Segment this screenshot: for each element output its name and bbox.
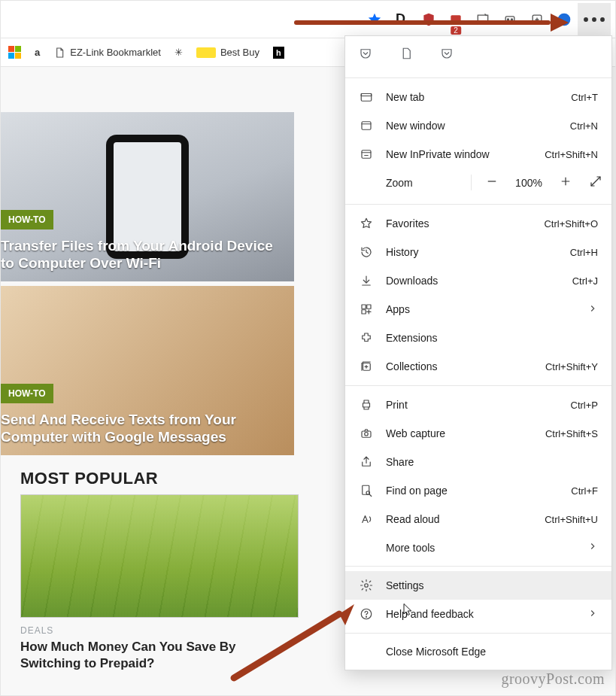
menu-share[interactable]: Share xyxy=(345,448,611,476)
history-icon xyxy=(359,245,374,259)
menu-find-on-page[interactable]: Find on page Ctrl+F xyxy=(345,476,611,505)
zoom-out-button[interactable] xyxy=(485,175,499,190)
menu-new-inprivate[interactable]: New InPrivate window Ctrl+Shift+N xyxy=(345,140,611,169)
extension-d-icon[interactable]: D. xyxy=(388,6,415,33)
favorite-star-icon[interactable] xyxy=(361,6,388,33)
chevron-right-icon xyxy=(587,303,598,316)
menu-new-tab[interactable]: New tab Ctrl+T xyxy=(345,83,611,111)
svg-rect-13 xyxy=(362,305,366,308)
zoom-in-button[interactable] xyxy=(559,175,572,190)
extensions-icon xyxy=(359,331,374,345)
menu-web-capture[interactable]: Web capture Ctrl+Shift+S xyxy=(345,419,611,448)
svg-rect-20 xyxy=(363,485,369,494)
inprivate-icon xyxy=(359,147,374,161)
bookmark-walmart[interactable]: ✳ xyxy=(174,47,183,58)
menu-print[interactable]: Print Ctrl+P xyxy=(345,391,611,419)
file-icon[interactable] xyxy=(399,47,413,62)
menu-extensions[interactable]: Extensions xyxy=(345,324,611,352)
extension-robot-icon[interactable] xyxy=(496,6,523,33)
popular-card[interactable]: DEALS How Much Money Can You Save By Swi… xyxy=(20,494,299,672)
pocket-icon[interactable] xyxy=(359,47,372,62)
share-icon xyxy=(359,455,374,469)
menu-zoom: Zoom 100% xyxy=(345,169,611,199)
popular-category: DEALS xyxy=(20,625,299,636)
svg-point-3 xyxy=(511,18,512,20)
gear-icon xyxy=(359,579,374,592)
svg-point-22 xyxy=(365,584,369,588)
bookmark-amazon[interactable]: a xyxy=(35,47,40,58)
svg-rect-15 xyxy=(362,310,366,314)
settings-and-more-button[interactable] xyxy=(578,3,611,36)
svg-point-19 xyxy=(365,433,369,436)
star-outline-icon xyxy=(359,217,374,230)
bookmark-ezlink[interactable]: EZ-Link Bookmarklet xyxy=(53,47,161,59)
menu-downloads[interactable]: Downloads Ctrl+J xyxy=(345,266,611,295)
bookmark-label: Best Buy xyxy=(220,47,259,58)
collections-toolbar-icon[interactable] xyxy=(523,6,551,33)
new-tab-icon xyxy=(359,90,374,104)
popular-title: How Much Money Can You Save By Switching… xyxy=(20,639,299,672)
fullscreen-button[interactable] xyxy=(589,175,602,190)
popular-image xyxy=(20,494,299,618)
menu-help[interactable]: Help and feedback xyxy=(345,600,611,628)
hulu-icon: h xyxy=(273,47,284,59)
svg-rect-17 xyxy=(363,403,370,407)
bookmark-bestbuy[interactable]: Best Buy xyxy=(196,47,259,58)
extension-chat-icon[interactable] xyxy=(469,6,496,33)
bookmark-label: EZ-Link Bookmarklet xyxy=(70,47,161,58)
bestbuy-tag-icon xyxy=(196,47,216,58)
svg-rect-9 xyxy=(361,94,372,102)
menu-close-edge[interactable]: Close Microsoft Edge xyxy=(345,638,611,665)
bookmark-hulu[interactable]: h xyxy=(273,47,284,59)
svg-rect-11 xyxy=(362,122,371,130)
download-icon xyxy=(359,274,374,287)
menu-read-aloud[interactable]: Read aloud Ctrl+Shift+U xyxy=(345,505,611,533)
help-icon xyxy=(359,607,374,621)
article-card[interactable]: HOW-TO Send And Receive Texts from Your … xyxy=(1,286,294,455)
article-title: Transfer Files from Your Android Device … xyxy=(1,237,287,273)
svg-point-6 xyxy=(584,17,588,22)
menu-new-window[interactable]: New window Ctrl+N xyxy=(345,111,611,140)
article-card[interactable]: HOW-TO Transfer Files from Your Android … xyxy=(1,112,294,281)
svg-rect-10 xyxy=(361,94,372,96)
settings-and-more-menu: New tab Ctrl+T New window Ctrl+N New InP… xyxy=(344,35,612,670)
svg-point-7 xyxy=(592,17,596,22)
read-aloud-icon xyxy=(359,512,374,526)
svg-rect-0 xyxy=(451,15,460,24)
svg-rect-14 xyxy=(367,305,371,308)
zoom-label: Zoom xyxy=(359,177,471,189)
svg-rect-12 xyxy=(362,150,371,159)
window-icon xyxy=(359,119,374,132)
profile-avatar-icon[interactable] xyxy=(551,6,578,33)
article-category-tag: HOW-TO xyxy=(1,210,53,229)
menu-extension-row xyxy=(345,36,611,73)
watermark: groovyPost.com xyxy=(501,670,605,688)
menu-collections[interactable]: Collections Ctrl+Shift+Y xyxy=(345,352,611,381)
print-icon xyxy=(359,398,374,412)
camera-icon xyxy=(359,427,374,440)
menu-settings[interactable]: Settings xyxy=(345,571,611,600)
menu-favorites[interactable]: Favorites Ctrl+Shift+O xyxy=(345,209,611,238)
bookmark-microsoft[interactable] xyxy=(8,46,21,59)
pocket-icon[interactable] xyxy=(440,47,454,62)
extension-inbox-icon[interactable] xyxy=(442,6,469,33)
chevron-right-icon xyxy=(587,541,598,554)
menu-apps[interactable]: Apps xyxy=(345,295,611,324)
menu-more-tools[interactable]: More tools xyxy=(345,533,611,561)
svg-point-5 xyxy=(558,13,571,26)
microsoft-icon xyxy=(8,46,21,59)
svg-point-24 xyxy=(366,616,366,617)
extension-shield-icon[interactable] xyxy=(415,6,442,33)
collections-icon xyxy=(359,360,374,373)
article-category-tag: HOW-TO xyxy=(1,384,53,403)
search-page-icon xyxy=(359,484,374,497)
menu-history[interactable]: History Ctrl+H xyxy=(345,238,611,266)
svg-point-8 xyxy=(600,17,605,22)
zoom-value: 100% xyxy=(512,177,545,189)
apps-icon xyxy=(359,302,374,316)
svg-point-2 xyxy=(507,18,508,20)
article-title: Send And Receive Texts from Your Compute… xyxy=(1,411,287,447)
page-icon xyxy=(53,47,65,59)
chevron-right-icon xyxy=(587,608,598,621)
browser-toolbar: D. xyxy=(1,1,615,38)
